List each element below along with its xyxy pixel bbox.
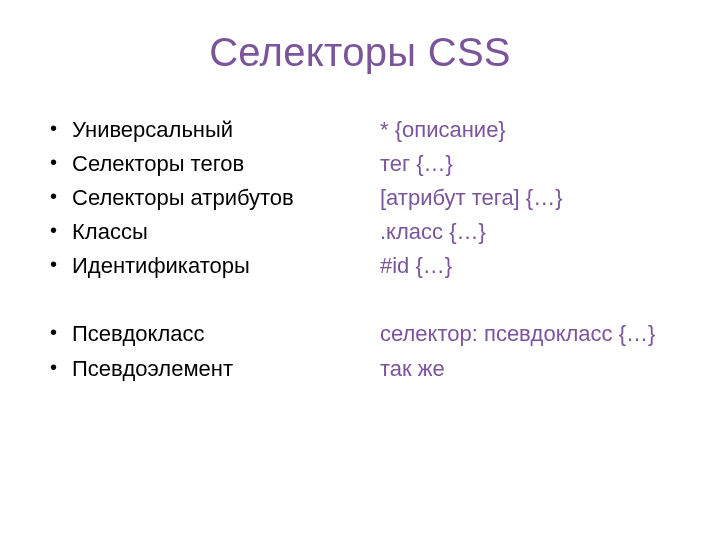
code-lines-group2: селектор: псевдокласс {…} так же xyxy=(380,317,670,385)
code-line: .класс {…} xyxy=(380,215,670,249)
list-item: Селекторы тегов xyxy=(50,147,350,181)
spacer xyxy=(50,283,350,317)
list-item: Псевдоэлемент xyxy=(50,352,350,386)
code-line: #id {…} xyxy=(380,249,670,283)
code-line: тег {…} xyxy=(380,147,670,181)
code-line: селектор: псевдокласс {…} xyxy=(380,317,670,351)
bullet-list-group2: Псевдокласс Псевдоэлемент xyxy=(50,317,350,385)
slide: Селекторы CSS Универсальный Селекторы те… xyxy=(0,0,720,540)
list-item: Универсальный xyxy=(50,113,350,147)
right-column: * {описание} тег {…} [атрибут тега] {…} … xyxy=(380,113,670,386)
left-column: Универсальный Селекторы тегов Селекторы … xyxy=(50,113,350,386)
code-line: так же xyxy=(380,352,670,386)
code-line: * {описание} xyxy=(380,113,670,147)
list-item: Псевдокласс xyxy=(50,317,350,351)
list-item: Идентификаторы xyxy=(50,249,350,283)
code-line: [атрибут тега] {…} xyxy=(380,181,670,215)
content-columns: Универсальный Селекторы тегов Селекторы … xyxy=(50,113,670,386)
list-item: Селекторы атрибутов xyxy=(50,181,350,215)
code-lines-group1: * {описание} тег {…} [атрибут тега] {…} … xyxy=(380,113,670,283)
spacer xyxy=(380,283,670,317)
list-item: Классы xyxy=(50,215,350,249)
slide-title: Селекторы CSS xyxy=(50,30,670,75)
bullet-list-group1: Универсальный Селекторы тегов Селекторы … xyxy=(50,113,350,283)
